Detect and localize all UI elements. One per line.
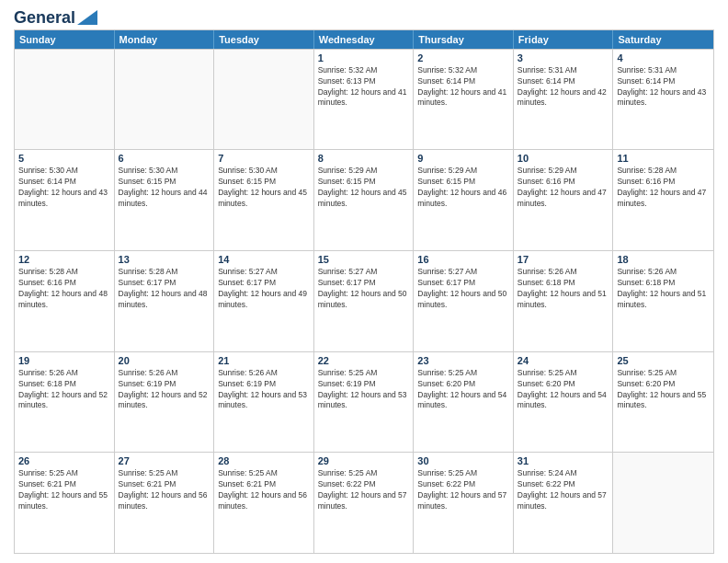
header-day-saturday: Saturday — [613, 30, 713, 49]
header-day-monday: Monday — [115, 30, 215, 49]
cal-cell: 22Sunrise: 5:25 AMSunset: 6:19 PMDayligh… — [314, 352, 415, 453]
day-info: Sunrise: 5:26 AMSunset: 6:18 PMDaylight:… — [518, 267, 609, 311]
day-number: 10 — [518, 153, 609, 164]
day-number: 16 — [417, 254, 509, 265]
cal-cell: 29Sunrise: 5:25 AMSunset: 6:22 PMDayligh… — [314, 453, 415, 553]
header-day-sunday: Sunday — [15, 30, 115, 49]
cal-cell: 31Sunrise: 5:24 AMSunset: 6:22 PMDayligh… — [514, 453, 614, 553]
cal-cell: 2Sunrise: 5:32 AMSunset: 6:14 PMDaylight… — [414, 50, 514, 150]
week-row-3: 12Sunrise: 5:28 AMSunset: 6:16 PMDayligh… — [15, 250, 713, 351]
day-number: 22 — [318, 355, 410, 366]
cal-cell: 16Sunrise: 5:27 AMSunset: 6:17 PMDayligh… — [414, 251, 514, 351]
day-number: 30 — [417, 455, 509, 466]
day-info: Sunrise: 5:28 AMSunset: 6:16 PMDaylight:… — [18, 267, 110, 311]
day-number: 20 — [119, 355, 210, 366]
cal-cell: 12Sunrise: 5:28 AMSunset: 6:16 PMDayligh… — [15, 251, 115, 351]
day-number: 21 — [218, 355, 310, 366]
cal-cell: 24Sunrise: 5:25 AMSunset: 6:20 PMDayligh… — [514, 352, 614, 453]
cal-cell: 26Sunrise: 5:25 AMSunset: 6:21 PMDayligh… — [15, 453, 115, 553]
day-info: Sunrise: 5:26 AMSunset: 6:19 PMDaylight:… — [218, 368, 310, 412]
day-number: 25 — [617, 355, 710, 366]
day-number: 19 — [18, 355, 110, 366]
cal-cell — [214, 50, 314, 150]
day-info: Sunrise: 5:26 AMSunset: 6:19 PMDaylight:… — [119, 368, 210, 412]
cal-cell: 5Sunrise: 5:30 AMSunset: 6:14 PMDaylight… — [15, 150, 115, 250]
week-row-4: 19Sunrise: 5:26 AMSunset: 6:18 PMDayligh… — [15, 351, 713, 453]
day-number: 27 — [119, 455, 210, 466]
cal-cell: 27Sunrise: 5:25 AMSunset: 6:21 PMDayligh… — [115, 453, 215, 553]
day-number: 4 — [617, 52, 710, 63]
day-number: 9 — [417, 153, 509, 164]
day-info: Sunrise: 5:32 AMSunset: 6:14 PMDaylight:… — [417, 65, 509, 109]
header-day-wednesday: Wednesday — [314, 30, 415, 49]
cal-cell — [15, 50, 115, 150]
day-info: Sunrise: 5:25 AMSunset: 6:20 PMDaylight:… — [617, 368, 710, 412]
day-info: Sunrise: 5:25 AMSunset: 6:20 PMDaylight:… — [417, 368, 509, 412]
day-info: Sunrise: 5:24 AMSunset: 6:22 PMDaylight:… — [518, 468, 609, 512]
day-info: Sunrise: 5:31 AMSunset: 6:14 PMDaylight:… — [518, 65, 609, 109]
cal-cell: 13Sunrise: 5:28 AMSunset: 6:17 PMDayligh… — [115, 251, 215, 351]
day-info: Sunrise: 5:28 AMSunset: 6:16 PMDaylight:… — [617, 166, 710, 210]
day-info: Sunrise: 5:29 AMSunset: 6:15 PMDaylight:… — [318, 166, 410, 210]
cal-cell: 28Sunrise: 5:25 AMSunset: 6:21 PMDayligh… — [214, 453, 314, 553]
calendar-body: 1Sunrise: 5:32 AMSunset: 6:13 PMDaylight… — [15, 49, 713, 553]
day-info: Sunrise: 5:25 AMSunset: 6:19 PMDaylight:… — [318, 368, 410, 412]
cal-cell: 8Sunrise: 5:29 AMSunset: 6:15 PMDaylight… — [314, 150, 415, 250]
day-info: Sunrise: 5:29 AMSunset: 6:15 PMDaylight:… — [417, 166, 509, 210]
day-info: Sunrise: 5:26 AMSunset: 6:18 PMDaylight:… — [617, 267, 710, 311]
day-info: Sunrise: 5:27 AMSunset: 6:17 PMDaylight:… — [218, 267, 310, 311]
cal-cell: 11Sunrise: 5:28 AMSunset: 6:16 PMDayligh… — [613, 150, 713, 250]
day-number: 29 — [318, 455, 410, 466]
day-number: 13 — [119, 254, 210, 265]
day-info: Sunrise: 5:27 AMSunset: 6:17 PMDaylight:… — [417, 267, 509, 311]
day-info: Sunrise: 5:25 AMSunset: 6:21 PMDaylight:… — [119, 468, 210, 512]
day-info: Sunrise: 5:25 AMSunset: 6:21 PMDaylight:… — [18, 468, 110, 512]
day-number: 18 — [617, 254, 710, 265]
day-info: Sunrise: 5:31 AMSunset: 6:14 PMDaylight:… — [617, 65, 710, 109]
cal-cell: 4Sunrise: 5:31 AMSunset: 6:14 PMDaylight… — [613, 50, 713, 150]
day-number: 12 — [18, 254, 110, 265]
day-number: 2 — [417, 52, 509, 63]
svg-marker-0 — [77, 10, 97, 25]
day-number: 15 — [318, 254, 410, 265]
day-info: Sunrise: 5:25 AMSunset: 6:22 PMDaylight:… — [417, 468, 509, 512]
cal-cell: 10Sunrise: 5:29 AMSunset: 6:16 PMDayligh… — [514, 150, 614, 250]
week-row-5: 26Sunrise: 5:25 AMSunset: 6:21 PMDayligh… — [15, 452, 713, 553]
day-number: 24 — [518, 355, 609, 366]
day-number: 6 — [119, 153, 210, 164]
cal-cell: 23Sunrise: 5:25 AMSunset: 6:20 PMDayligh… — [414, 352, 514, 453]
cal-cell: 19Sunrise: 5:26 AMSunset: 6:18 PMDayligh… — [15, 352, 115, 453]
cal-cell: 1Sunrise: 5:32 AMSunset: 6:13 PMDaylight… — [314, 50, 415, 150]
cal-cell: 6Sunrise: 5:30 AMSunset: 6:15 PMDaylight… — [115, 150, 215, 250]
day-number: 5 — [18, 153, 110, 164]
page: General SundayMondayTuesdayWednesdayThur… — [0, 0, 728, 563]
week-row-2: 5Sunrise: 5:30 AMSunset: 6:14 PMDaylight… — [15, 149, 713, 250]
day-number: 1 — [318, 52, 410, 63]
day-info: Sunrise: 5:25 AMSunset: 6:20 PMDaylight:… — [518, 368, 609, 412]
cal-cell: 9Sunrise: 5:29 AMSunset: 6:15 PMDaylight… — [414, 150, 514, 250]
header-day-tuesday: Tuesday — [214, 30, 314, 49]
cal-cell — [613, 453, 713, 553]
week-row-1: 1Sunrise: 5:32 AMSunset: 6:13 PMDaylight… — [15, 49, 713, 150]
header: General — [14, 9, 714, 24]
day-info: Sunrise: 5:29 AMSunset: 6:16 PMDaylight:… — [518, 166, 609, 210]
logo: General — [14, 9, 97, 24]
calendar: SundayMondayTuesdayWednesdayThursdayFrid… — [14, 29, 714, 554]
cal-cell: 30Sunrise: 5:25 AMSunset: 6:22 PMDayligh… — [414, 453, 514, 553]
day-number: 17 — [518, 254, 609, 265]
cal-cell: 25Sunrise: 5:25 AMSunset: 6:20 PMDayligh… — [613, 352, 713, 453]
day-number: 14 — [218, 254, 310, 265]
day-number: 3 — [518, 52, 609, 63]
cal-cell: 18Sunrise: 5:26 AMSunset: 6:18 PMDayligh… — [613, 251, 713, 351]
logo-icon — [77, 10, 97, 25]
cal-cell: 7Sunrise: 5:30 AMSunset: 6:15 PMDaylight… — [214, 150, 314, 250]
day-info: Sunrise: 5:30 AMSunset: 6:15 PMDaylight:… — [119, 166, 210, 210]
cal-cell: 15Sunrise: 5:27 AMSunset: 6:17 PMDayligh… — [314, 251, 415, 351]
cal-cell: 3Sunrise: 5:31 AMSunset: 6:14 PMDaylight… — [514, 50, 614, 150]
day-info: Sunrise: 5:30 AMSunset: 6:15 PMDaylight:… — [218, 166, 310, 210]
cal-cell: 14Sunrise: 5:27 AMSunset: 6:17 PMDayligh… — [214, 251, 314, 351]
day-number: 7 — [218, 153, 310, 164]
day-info: Sunrise: 5:25 AMSunset: 6:21 PMDaylight:… — [218, 468, 310, 512]
header-day-friday: Friday — [514, 30, 614, 49]
logo-text-general: General — [14, 9, 75, 28]
